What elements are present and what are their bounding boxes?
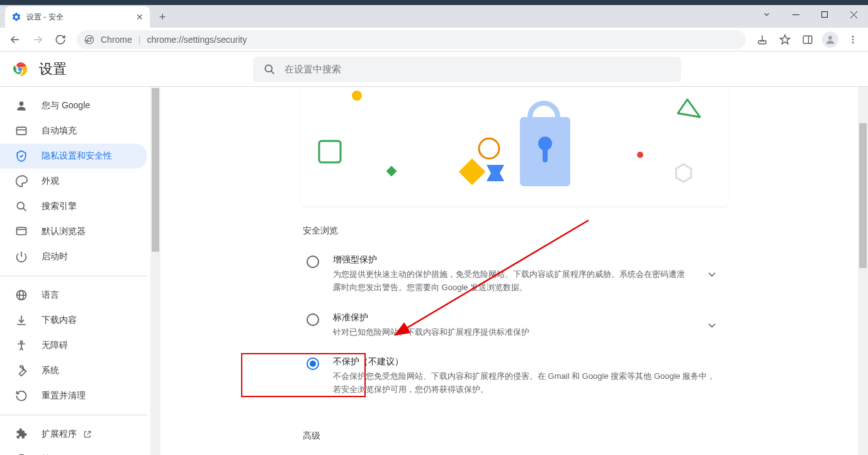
tab-strip: 设置 - 安全 ✕ +: [0, 5, 868, 28]
svg-point-40: [352, 91, 362, 101]
option-title: 标准保护: [333, 312, 692, 323]
search-input[interactable]: [285, 64, 671, 74]
sidebar-label: 下载内容: [42, 315, 77, 326]
chrome-logo-icon: [13, 62, 28, 77]
svg-rect-44: [459, 159, 485, 185]
svg-point-16: [852, 36, 854, 38]
sidebar-item-system[interactable]: 系统: [0, 358, 147, 383]
svg-point-18: [852, 42, 854, 43]
svg-point-15: [828, 36, 832, 40]
back-button[interactable]: [5, 30, 25, 50]
dropdown-icon[interactable]: [752, 5, 781, 24]
svg-rect-41: [319, 141, 341, 162]
sidebar-item-reset[interactable]: 重置并清理: [0, 383, 147, 408]
sidebar-item-search-engine[interactable]: 搜索引擎: [0, 194, 147, 219]
svg-line-28: [23, 208, 26, 211]
search-icon: [15, 200, 28, 213]
extension-icon: [15, 428, 28, 441]
sidebar-label: 外观: [42, 176, 59, 187]
radio-standard-protection[interactable]: 标准保护 针对已知危险网站、下载内容和扩展程序提供标准保护: [300, 303, 728, 348]
sidebar-item-default-browser[interactable]: 默认浏览器: [0, 219, 147, 244]
sidebar-item-extensions[interactable]: 扩展程序: [0, 422, 147, 447]
settings-search[interactable]: [253, 57, 681, 82]
sidebar-item-languages[interactable]: 语言: [0, 283, 147, 308]
maximize-button[interactable]: [810, 5, 839, 24]
reload-button[interactable]: [50, 30, 70, 50]
shield-icon: [15, 150, 28, 162]
option-title: 不保护（不建议）: [333, 356, 718, 368]
power-icon: [15, 250, 28, 263]
svg-point-7: [87, 38, 91, 41]
svg-rect-42: [386, 166, 397, 177]
browser-toolbar: Chrome | chrome://settings/security: [0, 28, 868, 52]
chevron-down-icon[interactable]: [706, 319, 718, 332]
svg-point-17: [852, 38, 854, 40]
chevron-down-icon[interactable]: [706, 268, 718, 281]
settings-header: 设置: [0, 52, 868, 87]
svg-rect-13: [803, 36, 812, 43]
radio-no-protection[interactable]: 不保护（不建议） 不会保护您免受危险网站、下载内容和扩展程序的侵害。在 Gmai…: [300, 347, 728, 405]
autofill-icon: [15, 125, 28, 137]
radio-button[interactable]: [307, 357, 319, 370]
main-scrollbar[interactable]: [858, 87, 868, 455]
sidebar-label: 系统: [42, 365, 59, 376]
new-tab-button[interactable]: +: [154, 8, 171, 26]
sidebar-item-appearance[interactable]: 外观: [0, 169, 147, 194]
radio-enhanced-protection[interactable]: 增强型保护 为您提供更快速主动的保护措施，免受危险网站、下载内容或扩展程序的威胁…: [300, 245, 728, 303]
svg-point-27: [17, 202, 24, 209]
share-icon[interactable]: [752, 30, 772, 50]
url-text: chrome://settings/security: [147, 35, 247, 45]
sidebar-label: 自动填充: [42, 125, 77, 137]
sidebar-item-you-and-google[interactable]: 您与 Google: [0, 93, 147, 118]
close-window-button[interactable]: [839, 5, 868, 24]
svg-rect-29: [17, 227, 26, 235]
address-bar[interactable]: Chrome | chrome://settings/security: [77, 30, 746, 49]
sidebar-item-autofill[interactable]: 自动填充: [0, 118, 147, 143]
option-desc: 针对已知危险网站、下载内容和扩展程序提供标准保护: [333, 326, 692, 339]
globe-icon: [15, 289, 28, 301]
sidebar-item-privacy-security[interactable]: 隐私设置和安全性: [0, 143, 147, 169]
tab-close-icon[interactable]: ✕: [136, 12, 144, 22]
svg-line-23: [271, 70, 274, 74]
sidebar-divider: [0, 415, 147, 415]
svg-marker-12: [781, 35, 790, 43]
restore-icon: [15, 390, 28, 402]
hero-illustration: [300, 87, 728, 206]
sidebar-label: 隐私设置和安全性: [42, 150, 112, 162]
svg-rect-1: [822, 12, 828, 18]
svg-rect-11: [758, 40, 766, 43]
svg-point-22: [265, 65, 272, 72]
search-icon: [263, 63, 276, 76]
sidebar-item-accessibility[interactable]: 无障碍: [0, 333, 147, 358]
sidebar-label: 您与 Google: [42, 100, 90, 111]
sidebar-label: 重置并清理: [42, 390, 86, 402]
sidepanel-icon[interactable]: [798, 30, 818, 50]
forward-button[interactable]: [28, 30, 48, 50]
settings-title: 设置: [39, 60, 67, 79]
sidebar-item-about[interactable]: 关于 Chrome: [0, 447, 147, 455]
browser-icon: [15, 225, 28, 238]
sidebar-divider: [0, 276, 147, 276]
svg-marker-51: [678, 99, 700, 117]
svg-point-43: [479, 138, 499, 159]
svg-rect-25: [17, 127, 26, 135]
radio-button[interactable]: [307, 313, 319, 326]
radio-button[interactable]: [307, 256, 319, 268]
window-controls: [752, 5, 868, 24]
menu-icon[interactable]: [843, 30, 863, 50]
profile-avatar[interactable]: [820, 30, 840, 50]
url-separator: |: [138, 35, 141, 45]
browser-tab[interactable]: 设置 - 安全 ✕: [5, 6, 150, 28]
sidebar-scrollbar[interactable]: [150, 87, 161, 455]
sidebar-label: 语言: [42, 289, 59, 301]
url-prefix: Chrome: [101, 35, 132, 45]
gear-icon: [11, 12, 21, 22]
settings-sidebar: 您与 Google 自动填充 隐私设置和安全性 外观 搜索引擎 默认浏览器 启动…: [0, 87, 161, 455]
section-title-advanced: 高级: [303, 430, 728, 442]
minimize-button[interactable]: [781, 5, 810, 24]
bookmark-icon[interactable]: [775, 30, 795, 50]
option-desc: 不会保护您免受危险网站、下载内容和扩展程序的侵害。在 Gmail 和 Googl…: [333, 370, 718, 396]
download-icon: [15, 314, 28, 327]
sidebar-item-downloads[interactable]: 下载内容: [0, 308, 147, 333]
sidebar-item-on-startup[interactable]: 启动时: [0, 244, 147, 269]
